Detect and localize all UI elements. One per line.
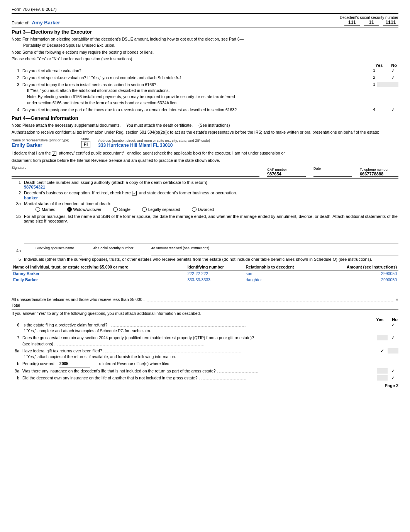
q3-numright: 3 — [368, 82, 375, 87]
yes-header: Yes — [375, 63, 383, 68]
part3-note2: Note: Some of the following elections ma… — [12, 49, 398, 56]
table-row: Danny Barker 222-22-222 son 2990050 — [12, 270, 398, 277]
q3-num: 3 — [12, 82, 19, 87]
item2-text: Decedent's business or occupation. If re… — [24, 190, 398, 195]
declare-row: I declare that I am the ✓ attorney/ cert… — [12, 150, 398, 164]
unascertainable-row: All unascertainable beneficiaries and th… — [12, 297, 398, 302]
form-title: Form 706 (Rev. 8-2017) — [12, 7, 398, 12]
q8b-num: b — [12, 361, 19, 366]
beneficiary-name-2: Emily Barker — [12, 277, 186, 283]
beneficiary-id-1: 222-22-222 — [186, 270, 244, 277]
rep-name: Emily Barker — [12, 142, 69, 148]
q3-no — [388, 82, 398, 87]
caf-value: 987654 — [267, 172, 306, 177]
rep-label: Name of representative (print or type) — [12, 138, 69, 142]
table-row-empty — [12, 289, 398, 295]
item4c-value[interactable] — [151, 250, 398, 255]
retired-checkbox[interactable]: ✓ — [132, 191, 137, 195]
item1-text: Death certificate number and issuing aut… — [24, 180, 398, 185]
marital-married: Married — [36, 207, 56, 212]
q1-text: Do you elect alternate valuation? — [22, 68, 368, 74]
part3-note1: Note: For information on electing portab… — [12, 36, 398, 49]
item3b-num: 3b — [12, 214, 21, 219]
married-radio[interactable] — [36, 207, 40, 212]
item-1: 1 Death certificate number and issuing a… — [12, 180, 398, 189]
col2-header: Identifying number — [186, 264, 244, 270]
q4-numright: 4 — [368, 107, 375, 112]
single-radio[interactable] — [113, 207, 118, 212]
question-3: 3 Do you elect to pay the taxes in insta… — [12, 82, 398, 106]
ssn-part1: 111 — [344, 20, 360, 25]
q9a-num: 9a — [12, 368, 19, 373]
q4-num: 4 — [12, 107, 19, 112]
q7-text: Does the gross estate contain any sectio… — [22, 335, 377, 347]
bottom-instruction: If you answer "Yes" to any of the follow… — [12, 311, 398, 316]
q8a-no — [388, 348, 398, 354]
table-row: Emily Barker 333-33-3333 daughter 299005… — [12, 277, 398, 283]
question-2: 2 Do you elect special-use valuation? If… — [12, 75, 398, 81]
question-6: 6 Is the estate filing a protective clai… — [12, 322, 398, 335]
attorney-checkbox[interactable]: ✓ — [52, 151, 56, 156]
item3b-blank — [24, 224, 398, 244]
no-header: No — [391, 63, 397, 68]
q6-num: 6 — [12, 322, 19, 327]
sig-label: Signature — [12, 166, 259, 170]
item5-text: Individuals (other than the surviving sp… — [24, 257, 398, 262]
q9b-text: Did the decedent own any insurance on th… — [22, 375, 377, 381]
estate-label: Estate of: — [12, 20, 29, 25]
date-label: Date — [313, 167, 352, 170]
divorced-radio[interactable] — [192, 207, 197, 212]
beneficiary-rel-2: daughter — [244, 277, 320, 283]
no-header-2: No — [392, 317, 398, 322]
q4-no: ✓ — [388, 107, 398, 112]
part3-title: Part 3—Elections by the Executor — [12, 29, 398, 35]
beneficiary-amount-1: 2990050 — [320, 270, 398, 277]
item4b-label: 4b Social security number — [93, 246, 140, 250]
marital-divorced: Divorced — [192, 207, 214, 212]
q7-num: 7 — [12, 335, 19, 340]
item-3b: 3b For all prior marriages, list the nam… — [12, 214, 398, 223]
estate-name: Amy Barker — [32, 20, 60, 25]
item4b-value[interactable] — [93, 250, 140, 255]
separated-radio[interactable] — [142, 207, 147, 212]
beneficiary-name-1: Danny Barker — [12, 270, 186, 277]
q8a-text: Have federal gift tax returns ever been … — [22, 348, 377, 360]
beneficiary-rel-1: son — [244, 270, 320, 277]
q3-text: Do you elect to pay the taxes in install… — [22, 82, 368, 106]
q9a-no: ✓ — [388, 368, 398, 374]
item4a-value[interactable] — [36, 250, 82, 255]
beneficiary-amount-2: 2990050 — [320, 277, 398, 283]
ssn-label: Decedent's social security number — [340, 15, 398, 20]
page-label: Page 2 — [12, 383, 398, 388]
state-label: State — [81, 137, 91, 141]
part4-title: Part 4—General Information — [12, 115, 398, 121]
question-7: 7 Does the gross estate contain any sect… — [12, 335, 398, 347]
q7-no: ✓ — [388, 335, 398, 340]
col4-header: Amount (see instructions) — [320, 264, 398, 270]
q6-no: ✓ — [388, 322, 398, 328]
total-label: Total — [12, 303, 20, 308]
state-value: FI — [81, 141, 91, 148]
q4-text: Do you elect to postpone the part of the… — [22, 107, 368, 113]
unascertainable-text: All unascertainable beneficiaries and th… — [12, 297, 144, 302]
q9b-num: b — [12, 375, 19, 380]
marital-row: Married ✓ Widow/widower Single All unasc… — [36, 207, 398, 212]
q7-yes — [377, 335, 388, 340]
question-1: 1 Do you elect alternate valuation? 1 ✓ — [12, 68, 398, 74]
item2-num: 2 — [12, 190, 21, 195]
widow-radio[interactable]: ✓ — [67, 207, 72, 212]
q8a-yes: ✓ — [377, 348, 388, 354]
yes-header-2: Yes — [376, 317, 383, 322]
item-2: 2 Decedent's business or occupation. If … — [12, 190, 398, 200]
question-9b: b Did the decedent own any insurance on … — [12, 375, 398, 381]
item3a-num: 3a — [12, 201, 21, 206]
item3b-text: For all prior marriages, list the name a… — [24, 214, 398, 223]
item4a-num: 4a — [12, 248, 21, 253]
question-4: 4 Do you elect to postpone the part of t… — [12, 107, 398, 113]
item-5: 5 Individuals (other than the surviving … — [12, 257, 398, 262]
q6-text: Is the estate filing a protective claim … — [22, 322, 377, 335]
rep-row: Name of representative (print or type) E… — [12, 137, 398, 148]
caf-label: CAF number — [267, 168, 306, 172]
q9b-yes — [377, 375, 388, 381]
item4a-label: Surviving spouse's name — [36, 246, 82, 250]
